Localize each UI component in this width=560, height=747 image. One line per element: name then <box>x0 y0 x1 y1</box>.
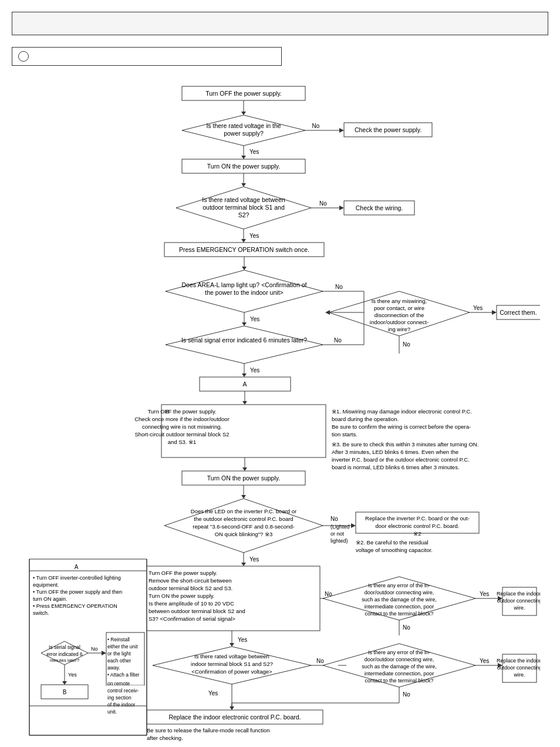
svg-text:outdoor connecting: outdoor connecting <box>497 598 540 604</box>
svg-text:away.: away. <box>107 665 120 671</box>
svg-text:Is serial signal error indicat: Is serial signal error indicated 6 minut… <box>181 337 307 344</box>
svg-marker-44 <box>325 310 330 315</box>
tab-circle <box>18 51 29 62</box>
svg-marker-24 <box>242 267 247 270</box>
svg-text:ON quick blinking"? ※3: ON quick blinking"? ※3 <box>215 531 273 537</box>
svg-text:such as the damage of the wire: such as the damage of the wire, <box>362 664 437 669</box>
svg-text:disconnection of the: disconnection of the <box>375 312 424 318</box>
svg-marker-31 <box>166 326 323 364</box>
svg-marker-110 <box>230 643 234 647</box>
node-release-note: Be sure to release the failure-mode reca… <box>147 727 270 733</box>
svg-text:Is serial signal: Is serial signal <box>49 644 80 650</box>
svg-text:Remove the short-circuit betwe: Remove the short-circuit between <box>149 577 232 584</box>
no-label-6: No <box>330 516 338 522</box>
svg-text:unit.: unit. <box>107 709 117 715</box>
svg-text:poor contact, or wire: poor contact, or wire <box>374 305 424 311</box>
svg-text:power supply?: power supply? <box>224 130 264 137</box>
svg-text:after checking.: after checking. <box>147 735 183 741</box>
yes-label-6: Yes <box>249 556 259 563</box>
svg-marker-69 <box>241 495 246 499</box>
svg-text:outdoor connecting: outdoor connecting <box>497 665 540 671</box>
svg-text:(Lighted: (Lighted <box>330 524 350 530</box>
svg-text:repeat "3.6-second-OFF and 0.8: repeat "3.6-second-OFF and 0.8-second- <box>193 523 294 530</box>
svg-text:Turn ON the power supply.: Turn ON the power supply. <box>149 593 214 599</box>
svg-marker-34 <box>242 374 247 377</box>
svg-text:Is there amplitude of 10 to 20: Is there amplitude of 10 to 20 VDC <box>149 600 234 607</box>
node-correct: Correct them. <box>500 309 537 316</box>
svg-text:connecting wire is not miswiri: connecting wire is not miswiring. <box>142 423 222 430</box>
svg-text:door electronic control P.C. b: door electronic control P.C. board. <box>376 523 460 529</box>
sidebar-title: A <box>75 564 79 570</box>
svg-text:either the unit: either the unit <box>107 644 138 650</box>
yes-label-2: Yes <box>249 233 259 239</box>
svg-text:After 3 minutes, LED blinks 6 : After 3 minutes, LED blinks 6 times. Eve… <box>332 449 458 455</box>
svg-text:outdoor terminal block S2 and : outdoor terminal block S2 and S3. <box>149 585 232 591</box>
svg-text:contact to the terminal block?: contact to the terminal block? <box>365 678 433 684</box>
svg-text:or the light: or the light <box>107 651 131 657</box>
svg-text:contact to the terminal block?: contact to the terminal block? <box>365 611 433 617</box>
svg-marker-51 <box>242 401 247 405</box>
page-container: Turn OFF the power supply. Is there rate… <box>0 0 560 747</box>
svg-text:intermediate connection, poor: intermediate connection, poor <box>365 671 434 677</box>
svg-text:intermediate connection, poor: intermediate connection, poor <box>365 604 434 610</box>
svg-text:turn ON again.: turn ON again. <box>33 596 68 602</box>
svg-text:ing wire?: ing wire? <box>388 326 410 332</box>
flowchart-svg: Turn OFF the power supply. Is there rate… <box>12 83 540 747</box>
svg-text:indoor/outdoor connect-: indoor/outdoor connect- <box>370 319 429 325</box>
yes-label-7: Yes <box>480 591 489 597</box>
svg-text:Turn OFF the power supply.: Turn OFF the power supply. <box>149 570 217 576</box>
yes-label-4: Yes <box>250 367 259 374</box>
svg-marker-76 <box>351 523 356 528</box>
node-replace-indoor: Replace the indoor electronic control P.… <box>168 714 301 721</box>
node-replace-inverter: Replace the inverter P.C. board or the o… <box>365 515 470 521</box>
svg-text:control receiv-: control receiv- <box>107 688 139 694</box>
yes-label-5: Yes <box>473 305 483 311</box>
flowchart-container: Turn OFF the power supply. Is there rate… <box>12 83 540 747</box>
note-1: ※1. Miswiring may damage indoor electron… <box>332 408 472 415</box>
svg-text:• Press EMERGENCY OPERATION: • Press EMERGENCY OPERATION <box>33 603 117 609</box>
svg-text:• Attach a filter: • Attach a filter <box>107 672 140 678</box>
note-2: ※2. Be careful to the residual <box>356 539 429 546</box>
svg-text:the power to the indoor unit>: the power to the indoor unit> <box>205 289 283 296</box>
svg-text:on remote: on remote <box>107 681 130 687</box>
svg-text:• Turn OFF inverter-controlled: • Turn OFF inverter-controlled lighting <box>33 575 121 581</box>
svg-text:No: No <box>91 646 98 652</box>
yes-label-3: Yes <box>250 316 259 322</box>
svg-text:board during the operation.: board during the operation. <box>332 416 399 422</box>
no-label-9: No <box>316 658 324 664</box>
svg-text:or not: or not <box>330 531 345 537</box>
svg-text:Is there any miswiring,: Is there any miswiring, <box>372 298 427 304</box>
no-label-5: No <box>403 341 410 348</box>
svg-marker-9 <box>241 156 246 159</box>
svg-text:ing section: ing section <box>107 695 131 701</box>
svg-marker-21 <box>241 239 246 243</box>
no-label-8: No <box>403 624 410 631</box>
node-turn-off-1: Turn OFF the power supply. <box>205 90 282 97</box>
svg-marker-12 <box>241 183 246 187</box>
svg-text:door/outdoor connecting wire,: door/outdoor connecting wire, <box>365 657 434 662</box>
yes-label-9: Yes <box>480 658 489 664</box>
svg-marker-46 <box>492 310 497 315</box>
node-a: A <box>242 381 247 388</box>
svg-text:Is there any error of the in-: Is there any error of the in- <box>368 650 430 655</box>
svg-text:of the indoor: of the indoor <box>107 702 135 708</box>
svg-text:<Confirmation of power voltage: <Confirmation of power voltage> <box>191 668 272 675</box>
svg-text:between outdoor terminal block: between outdoor terminal block S2 and <box>149 608 245 614</box>
svg-text:the outdoor electronic control: the outdoor electronic control P.C. boar… <box>194 516 293 522</box>
no-label-10: No <box>403 691 410 698</box>
svg-marker-85 <box>241 563 246 566</box>
svg-text:Replace the indoor/: Replace the indoor/ <box>497 591 540 597</box>
svg-text:Yes: Yes <box>68 672 77 678</box>
svg-marker-6 <box>339 128 344 133</box>
svg-text:board is normal, LED blinks 6 : board is normal, LED blinks 6 times afte… <box>332 464 460 470</box>
svg-text:• Reinstall: • Reinstall <box>107 637 130 642</box>
node-emergency: Press EMERGENCY OPERATION switch once. <box>179 246 309 253</box>
node-check-power: Check the power supply. <box>355 126 421 133</box>
yes-label-1: Yes <box>249 149 259 155</box>
svg-marker-2 <box>241 112 246 115</box>
no-label-4: No <box>334 337 342 344</box>
svg-text:Is there rated voltage between: Is there rated voltage between <box>202 196 285 203</box>
svg-text:lighted): lighted) <box>330 538 348 544</box>
svg-text:Is there any error of the in-: Is there any error of the in- <box>368 583 430 588</box>
svg-marker-18 <box>339 206 344 210</box>
